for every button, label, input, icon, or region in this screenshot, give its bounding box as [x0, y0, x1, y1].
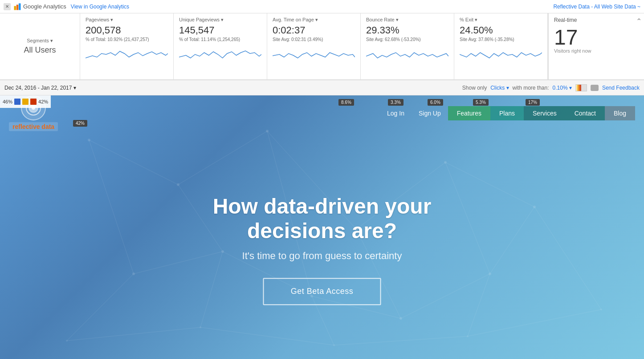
ga-toolbar: ✕ Google Analytics View in Google Analyt…: [0, 0, 644, 13]
svg-line-34: [67, 274, 134, 341]
svg-line-39: [67, 327, 200, 341]
pct-exit-sub: Site Avg: 37.86% (-35.28%): [460, 37, 542, 42]
site-selector[interactable]: Reflective Data - All Web Site Data ~: [553, 4, 640, 10]
feedback-icon[interactable]: [591, 85, 599, 91]
overlay-pct-right: 42%: [38, 99, 48, 104]
realtime-collapse-button[interactable]: ⌃: [636, 17, 642, 25]
hero-content: How data-driven your decisions are? It's…: [161, 194, 483, 305]
clicks-dropdown[interactable]: Clicks ▾: [490, 85, 509, 91]
nav-contact[interactable]: Contact: [566, 106, 605, 120]
ga-logo: Google Analytics: [13, 3, 66, 11]
unique-pageviews-label[interactable]: Unique Pageviews ▾: [179, 17, 261, 23]
avg-time-chart: [273, 45, 355, 62]
view-in-ga-link[interactable]: View in Google Analytics: [71, 4, 129, 10]
pct-exit-chart: [460, 45, 542, 62]
svg-line-40: [200, 327, 334, 345]
site-logo-text: reflective data: [9, 122, 58, 131]
ga-logo-icon: [13, 3, 21, 11]
nav-blog[interactable]: Blog: [605, 106, 635, 120]
nav-signup-link[interactable]: Sign Up: [412, 106, 448, 120]
nav-links: Features Plans Services Contact Blog: [448, 106, 635, 120]
date-bar: Dec 24, 2016 - Jan 22, 2017 ▾ Show only …: [0, 80, 644, 95]
bounce-rate-chart: [366, 45, 448, 62]
svg-rect-1: [16, 4, 19, 10]
pageviews-sub: % of Total: 10.92% (21,437,257): [86, 37, 168, 42]
unique-pageviews-value: 145,547: [179, 25, 261, 36]
hero-title: How data-driven your decisions are?: [161, 194, 483, 243]
svg-rect-2: [19, 3, 21, 10]
avg-time-value: 0:02:37: [273, 25, 355, 36]
color-bar-overlay: 46% 42%: [0, 95, 51, 108]
date-range-selector[interactable]: Dec 24, 2016 - Jan 22, 2017 ▾: [4, 85, 76, 91]
all-users-segment: Segments ▾ All Users: [0, 13, 80, 79]
nav-plans[interactable]: Plans: [490, 106, 524, 120]
realtime-panel: ⌃ Real-time 17 Visitors right now: [548, 13, 644, 79]
pageviews-metric: Pageviews ▾ 200,578 % of Total: 10.92% (…: [80, 13, 174, 79]
svg-line-38: [534, 207, 601, 309]
bounce-rate-label[interactable]: Bounce Rate ▾: [366, 17, 448, 23]
hero-subtitle: It's time to go from guess to certainty: [161, 250, 483, 262]
avg-time-label[interactable]: Avg. Time on Page ▾: [273, 17, 355, 23]
heatmap-swatch[interactable]: [575, 84, 587, 91]
pageviews-value: 200,578: [86, 25, 168, 36]
swatch-orange: [22, 99, 29, 105]
show-only-label: Show only: [462, 85, 487, 91]
segments-label[interactable]: Segments ▾: [27, 38, 53, 44]
unique-pageviews-chart: [179, 45, 261, 62]
bounce-rate-sub: Site Avg: 62.68% (-53.20%): [366, 37, 448, 42]
date-bar-controls: Show only Clicks ▾ with more than: 0.10%…: [462, 84, 640, 91]
website-content: 46% 42% reflective data Log In Sign Up F…: [0, 95, 644, 359]
website-nav: reflective data Log In Sign Up Features …: [0, 95, 644, 131]
avg-time-sub: Site Avg: 0:02:31 (3.49%): [273, 37, 355, 42]
nav-login-link[interactable]: Log In: [380, 106, 412, 120]
send-feedback-link[interactable]: Send Feedback: [602, 85, 640, 91]
pct-exit-metric: % Exit ▾ 24.50% Site Avg: 37.86% (-35.28…: [454, 13, 548, 79]
ga-logo-text: Google Analytics: [23, 3, 66, 10]
realtime-value: 17: [554, 27, 640, 48]
overlay-pct-left: 46%: [3, 99, 12, 104]
nav-services[interactable]: Services: [524, 106, 566, 120]
pageviews-chart: [86, 45, 168, 62]
close-button[interactable]: ✕: [4, 3, 11, 10]
svg-line-41: [334, 336, 468, 345]
ga-toolbar-right: Reflective Data - All Web Site Data ~: [553, 4, 640, 10]
pageviews-label[interactable]: Pageviews ▾: [86, 17, 168, 23]
svg-line-14: [89, 140, 178, 185]
svg-line-15: [178, 131, 267, 185]
threshold-dropdown[interactable]: 0.10% ▾: [553, 85, 572, 91]
pct-exit-label[interactable]: % Exit ▾: [460, 17, 542, 23]
swatch-blue: [14, 99, 20, 105]
svg-rect-0: [14, 6, 16, 10]
svg-line-19: [89, 140, 134, 274]
unique-pageviews-metric: Unique Pageviews ▾ 145,547 % of Total: 1…: [174, 13, 267, 79]
unique-pageviews-sub: % of Total: 11.14% (1,254,265): [179, 37, 261, 42]
bounce-rate-metric: Bounce Rate ▾ 29.33% Site Avg: 62.68% (-…: [361, 13, 454, 79]
realtime-sub: Visitors right now: [554, 48, 640, 54]
swatch-red: [30, 99, 37, 105]
hero-cta-button[interactable]: Get Beta Access: [263, 278, 381, 305]
with-more-label: with more than:: [513, 85, 549, 91]
svg-line-24: [490, 207, 534, 274]
bounce-rate-value: 29.33%: [366, 25, 448, 36]
pct-exit-value: 24.50%: [460, 25, 542, 36]
avg-time-metric: Avg. Time on Page ▾ 0:02:37 Site Avg: 0:…: [267, 13, 361, 79]
ga-stats-bar: Segments ▾ All Users Pageviews ▾ 200,578…: [0, 13, 644, 80]
all-users-label: All Users: [24, 45, 56, 55]
nav-features[interactable]: Features: [448, 106, 490, 120]
svg-line-42: [468, 309, 601, 336]
realtime-label: Real-time: [554, 17, 640, 23]
